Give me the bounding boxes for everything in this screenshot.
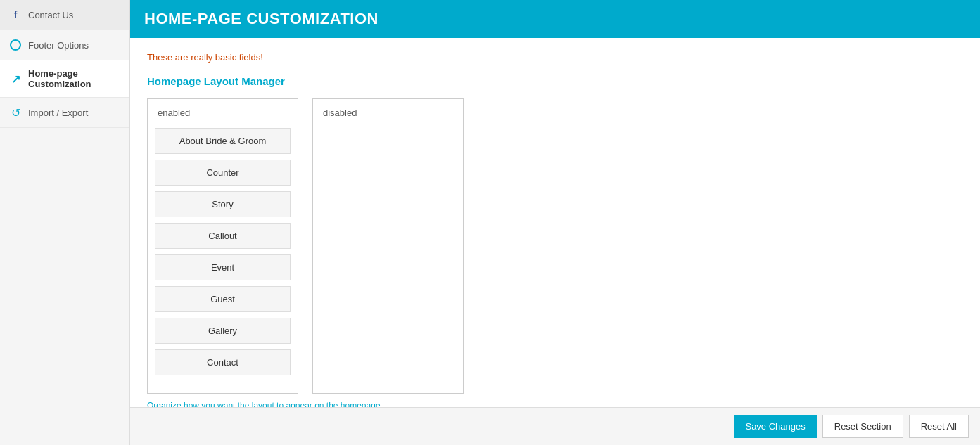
sidebar-item-import-export[interactable]: ↺ Import / Export (0, 98, 129, 128)
item-story[interactable]: Story (155, 191, 291, 217)
reset-all-button[interactable]: Reset All (909, 415, 969, 438)
sidebar-item-footer-options[interactable]: Footer Options (0, 30, 129, 60)
item-gallery[interactable]: Gallery (155, 318, 291, 344)
item-contact[interactable]: Contact (155, 349, 291, 375)
sidebar-item-label: Home-pageCustomization (28, 68, 91, 89)
layout-manager-area: enabled About Bride & Groom Counter Stor… (147, 98, 963, 394)
sidebar-item-label: Contact Us (28, 10, 73, 20)
disabled-label: disabled (320, 106, 456, 120)
item-counter[interactable]: Counter (155, 160, 291, 186)
disabled-column: disabled (312, 98, 464, 394)
item-guest[interactable]: Guest (155, 286, 291, 312)
sidebar-item-homepage-customization[interactable]: ↗ Home-pageCustomization (0, 60, 129, 98)
enabled-label: enabled (155, 106, 291, 120)
page-body: These are really basic fields! Homepage … (130, 38, 980, 407)
page-header: HOME-PAGE CUSTOMIZATION (130, 0, 980, 38)
item-callout[interactable]: Callout (155, 223, 291, 249)
sidebar-item-contact-us[interactable]: f Contact Us (0, 0, 129, 30)
hint-text: These are really basic fields! (147, 52, 963, 63)
enabled-column: enabled About Bride & Groom Counter Stor… (147, 98, 298, 394)
helper-text: Organize how you want the layout to appe… (147, 401, 963, 407)
item-event[interactable]: Event (155, 254, 291, 280)
save-changes-button[interactable]: Save Changes (734, 415, 816, 438)
refresh-icon: ↺ (8, 105, 23, 120)
sidebar-item-label: Import / Export (28, 108, 88, 118)
content-area: HOME-PAGE CUSTOMIZATION These are really… (130, 0, 980, 445)
circle-icon (8, 38, 23, 52)
arrow-icon: ↗ (8, 72, 23, 86)
reset-section-button[interactable]: Reset Section (822, 415, 903, 438)
page-title: HOME-PAGE CUSTOMIZATION (144, 10, 966, 28)
section-title[interactable]: Homepage Layout Manager (147, 75, 963, 87)
page-footer: Save Changes Reset Section Reset All (130, 407, 980, 445)
sidebar-item-label: Footer Options (28, 40, 89, 51)
sidebar: f Contact Us Footer Options ↗ Home-pageC… (0, 0, 130, 445)
facebook-icon: f (8, 8, 23, 22)
item-about-bride-groom[interactable]: About Bride & Groom (155, 128, 291, 154)
